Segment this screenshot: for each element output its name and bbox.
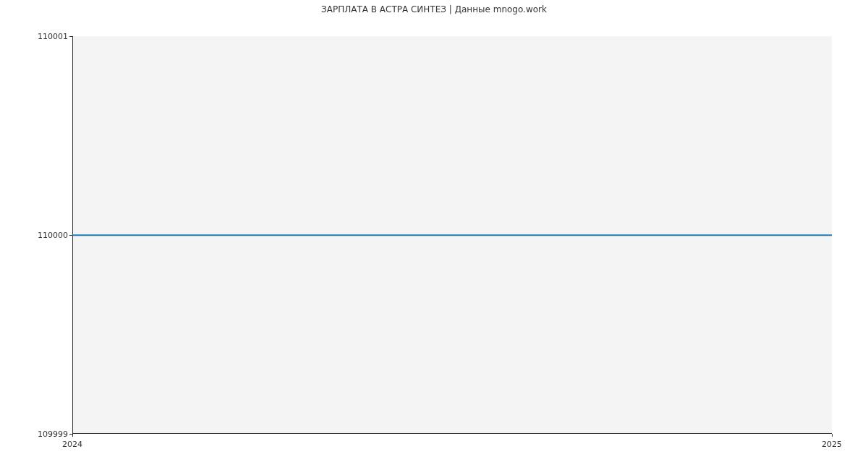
- x-tick-label: 2024: [62, 440, 82, 449]
- x-tick-label: 2025: [822, 440, 842, 449]
- y-tick-label: 110001: [38, 32, 68, 41]
- chart-line-series: [72, 234, 832, 236]
- x-tick-mark: [72, 434, 73, 437]
- x-tick-mark: [832, 434, 833, 437]
- y-tick-label: 110000: [38, 231, 68, 240]
- chart-title: ЗАРПЛАТА В АСТРА СИНТЕЗ | Данные mnogo.w…: [0, 4, 868, 14]
- y-tick-mark: [69, 36, 72, 37]
- y-tick-label: 109999: [38, 430, 68, 439]
